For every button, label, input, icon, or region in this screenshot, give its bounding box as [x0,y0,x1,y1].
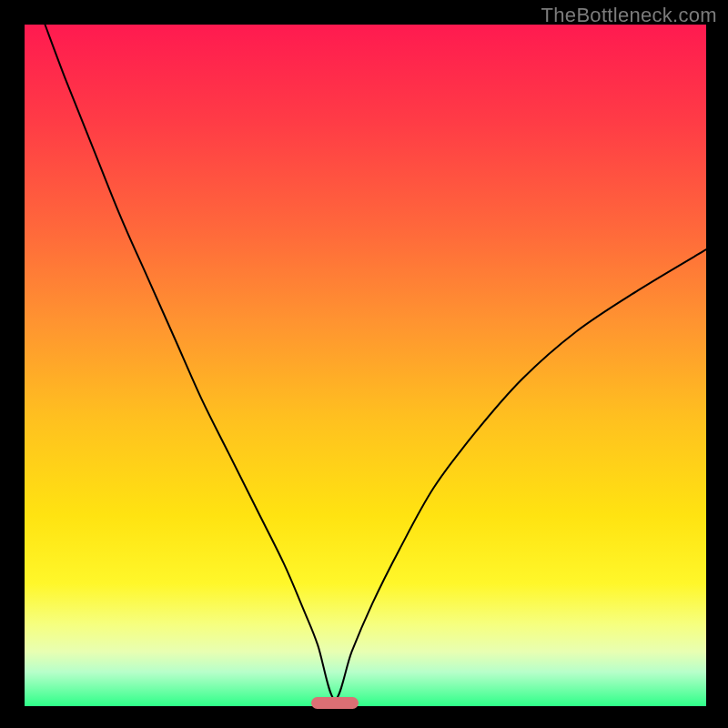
chart-frame: TheBottleneck.com [0,0,728,728]
bottleneck-curve [25,25,706,706]
plot-area [25,25,706,706]
watermark-text: TheBottleneck.com [541,4,717,27]
minimum-marker [311,697,359,709]
